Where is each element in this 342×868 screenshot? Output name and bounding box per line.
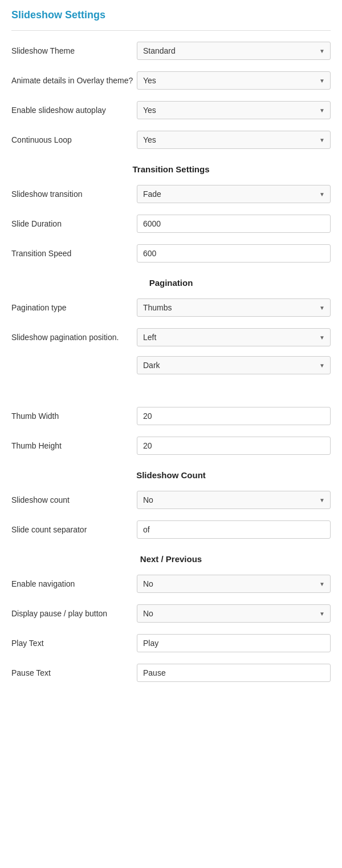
slideshow-theme-control: Standard Overlay Minimal <box>137 42 331 60</box>
enable-navigation-row: Enable navigation No Yes <box>11 573 331 595</box>
slideshow-theme-row: Slideshow Theme Standard Overlay Minimal <box>11 40 331 62</box>
continuous-loop-row: Continuous Loop Yes No <box>11 129 331 151</box>
continuous-loop-label: Continuous Loop <box>11 135 137 144</box>
page-title: Slideshow Settings <box>11 9 331 21</box>
thumb-width-label: Thumb Width <box>11 411 137 421</box>
pagination-position-select-wrapper: Left Center Right <box>137 328 331 346</box>
pagination-type-label: Pagination type <box>11 303 137 312</box>
enable-autoplay-select[interactable]: Yes No <box>137 101 331 119</box>
transition-settings-heading: Transition Settings <box>11 164 331 174</box>
enable-navigation-select-wrapper: No Yes <box>137 575 331 593</box>
pagination-type-select-wrapper: Thumbs Bullets None <box>137 298 331 317</box>
pagination-type-select[interactable]: Thumbs Bullets None <box>137 298 331 317</box>
thumb-height-label: Thumb Height <box>11 441 137 450</box>
pagination-style-row: Dark Light <box>11 356 331 374</box>
play-text-label: Play Text <box>11 639 137 648</box>
slide-count-separator-label: Slide count separator <box>11 525 137 534</box>
transition-speed-control <box>137 244 331 263</box>
slide-count-separator-input[interactable] <box>137 520 331 539</box>
slideshow-transition-label: Slideshow transition <box>11 189 137 199</box>
pause-text-label: Pause Text <box>11 668 137 677</box>
pagination-position-select[interactable]: Left Center Right <box>137 328 331 346</box>
next-previous-heading: Next / Previous <box>11 554 331 564</box>
pagination-heading: Pagination <box>11 278 331 288</box>
thumb-width-input[interactable] <box>137 407 331 425</box>
slideshow-count-control: No Yes <box>137 491 331 509</box>
slideshow-theme-select-wrapper: Standard Overlay Minimal <box>137 42 331 60</box>
slideshow-count-row: Slideshow count No Yes <box>11 489 331 511</box>
divider <box>11 30 331 31</box>
pause-text-input[interactable] <box>137 664 331 682</box>
display-pause-row: Display pause / play button No Yes <box>11 603 331 624</box>
display-pause-select-wrapper: No Yes <box>137 604 331 623</box>
transition-speed-input[interactable] <box>137 244 331 263</box>
pagination-position-control: Left Center Right <box>137 328 331 346</box>
animate-details-select-wrapper: Yes No <box>137 71 331 90</box>
slideshow-transition-select-wrapper: Fade Slide None <box>137 185 331 203</box>
slideshow-count-select[interactable]: No Yes <box>137 491 331 509</box>
slide-count-separator-row: Slide count separator <box>11 519 331 540</box>
slide-count-separator-control <box>137 520 331 539</box>
enable-autoplay-select-wrapper: Yes No <box>137 101 331 119</box>
thumb-height-control <box>137 437 331 455</box>
pagination-type-row: Pagination type Thumbs Bullets None <box>11 297 331 318</box>
slideshow-transition-select[interactable]: Fade Slide None <box>137 185 331 203</box>
enable-navigation-select[interactable]: No Yes <box>137 575 331 593</box>
enable-autoplay-label: Enable slideshow autoplay <box>11 106 137 115</box>
enable-autoplay-row: Enable slideshow autoplay Yes No <box>11 99 331 121</box>
display-pause-control: No Yes <box>137 604 331 623</box>
enable-autoplay-control: Yes No <box>137 101 331 119</box>
thumb-height-input[interactable] <box>137 437 331 455</box>
display-pause-label: Display pause / play button <box>11 609 137 618</box>
slideshow-theme-label: Slideshow Theme <box>11 46 137 55</box>
continuous-loop-select[interactable]: Yes No <box>137 131 331 149</box>
slide-duration-control <box>137 215 331 233</box>
thumb-width-control <box>137 407 331 425</box>
animate-details-control: Yes No <box>137 71 331 90</box>
pagination-style-select[interactable]: Dark Light <box>137 356 331 374</box>
transition-speed-row: Transition Speed <box>11 243 331 264</box>
spacer2 <box>11 394 331 405</box>
slideshow-count-select-wrapper: No Yes <box>137 491 331 509</box>
continuous-loop-control: Yes No <box>137 131 331 149</box>
slideshow-transition-row: Slideshow transition Fade Slide None <box>11 183 331 205</box>
pagination-position-row: Slideshow pagination position. Left Cent… <box>11 326 331 348</box>
pause-text-row: Pause Text <box>11 662 331 684</box>
slideshow-count-label: Slideshow count <box>11 495 137 504</box>
animate-details-label: Animate details in Overlay theme? <box>11 76 137 85</box>
animate-details-select[interactable]: Yes No <box>137 71 331 90</box>
animate-details-row: Animate details in Overlay theme? Yes No <box>11 70 331 91</box>
play-text-row: Play Text <box>11 632 331 654</box>
slideshow-count-heading: Slideshow Count <box>11 470 331 480</box>
spacer1 <box>11 382 331 394</box>
pagination-type-control: Thumbs Bullets None <box>137 298 331 317</box>
pagination-style-control: Dark Light <box>137 356 331 374</box>
slideshow-theme-select[interactable]: Standard Overlay Minimal <box>137 42 331 60</box>
continuous-loop-select-wrapper: Yes No <box>137 131 331 149</box>
page-container: Slideshow Settings Slideshow Theme Stand… <box>0 0 342 701</box>
pagination-style-select-wrapper: Dark Light <box>137 356 331 374</box>
pagination-position-label: Slideshow pagination position. <box>11 333 137 342</box>
thumb-width-row: Thumb Width <box>11 405 331 427</box>
pause-text-control <box>137 664 331 682</box>
display-pause-select[interactable]: No Yes <box>137 604 331 623</box>
thumb-height-row: Thumb Height <box>11 435 331 457</box>
slide-duration-row: Slide Duration <box>11 213 331 235</box>
slide-duration-input[interactable] <box>137 215 331 233</box>
play-text-control <box>137 634 331 652</box>
enable-navigation-control: No Yes <box>137 575 331 593</box>
play-text-input[interactable] <box>137 634 331 652</box>
transition-speed-label: Transition Speed <box>11 249 137 258</box>
slideshow-transition-control: Fade Slide None <box>137 185 331 203</box>
slide-duration-label: Slide Duration <box>11 219 137 228</box>
enable-navigation-label: Enable navigation <box>11 579 137 588</box>
